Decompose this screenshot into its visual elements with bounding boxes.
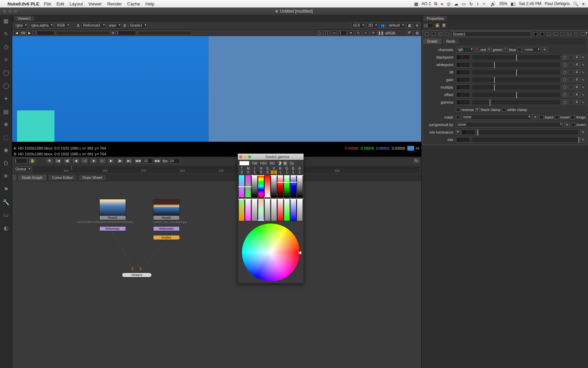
channels-select[interactable]: rgb <box>456 47 474 52</box>
mask-select[interactable]: none <box>461 114 531 120</box>
whitepoint-input[interactable] <box>456 62 470 67</box>
min-dot[interactable] <box>8 10 12 13</box>
viewer-tab[interactable]: Viewer1 <box>14 15 35 21</box>
tool-draw-icon[interactable]: ✎ <box>3 31 10 37</box>
lock-icon[interactable]: 🔒 <box>29 158 36 164</box>
last-frame-button[interactable]: ▶| <box>125 158 133 164</box>
check-unpremult-invert[interactable] <box>571 123 575 127</box>
cp-mode-tmi[interactable]: TMI <box>251 162 258 165</box>
cp-swatches-icon[interactable]: ▦ <box>283 161 288 166</box>
check-invert[interactable] <box>555 115 559 119</box>
menu-edit[interactable]: Edit <box>56 1 64 6</box>
timeline-playhead[interactable] <box>71 166 72 170</box>
tab-node-graph[interactable]: Node Graph <box>18 174 47 181</box>
cp-slider-G-bot[interactable] <box>284 198 290 221</box>
hatch-icon[interactable]: ▨ <box>414 31 420 35</box>
gain-slider[interactable] <box>472 77 560 82</box>
tab-curve-editor[interactable]: Curve Editor <box>48 174 77 181</box>
link-icon[interactable]: ⇢ <box>438 31 443 37</box>
tab-grade[interactable]: Grade <box>423 38 442 45</box>
menu-render[interactable]: Render <box>107 1 122 6</box>
dim-select[interactable]: 2D <box>366 23 378 28</box>
sample-icon[interactable]: ▢ <box>562 62 567 67</box>
help-icon[interactable]: ? <box>567 31 572 37</box>
channel-select[interactable]: rgba.alpha <box>29 23 54 28</box>
step-fwd-button[interactable]: ▷ <box>99 158 106 164</box>
mix-slider[interactable] <box>472 137 579 142</box>
cp-min-dot[interactable] <box>244 155 247 158</box>
close-dot[interactable] <box>3 10 6 13</box>
mask-enable[interactable] <box>456 115 460 119</box>
menu-file[interactable]: File <box>44 1 51 6</box>
whitepoint-slider[interactable] <box>472 62 560 67</box>
notifications-icon[interactable]: ▦ <box>414 1 418 6</box>
dropbox-icon[interactable]: ⧉ <box>434 1 437 6</box>
color-picker-titlebar[interactable]: Grade1.gamma <box>238 154 304 160</box>
tool-transform-icon[interactable]: ✥ <box>3 121 10 128</box>
cp-slider-M-bot[interactable] <box>245 198 251 221</box>
overlay-icon[interactable]: ▭ <box>331 31 337 35</box>
undo-icon[interactable]: ↶ <box>546 31 552 37</box>
node-reformat2[interactable]: Reformat2 <box>153 226 180 231</box>
color-b-icon[interactable]: ▣ <box>539 31 545 37</box>
stereo-icon[interactable]: 👥 <box>379 23 386 28</box>
step-back-button[interactable]: ◁ <box>81 158 88 164</box>
gamma-input[interactable] <box>456 99 470 105</box>
play-back-button[interactable]: ◀ <box>72 158 80 164</box>
grid-icon[interactable]: ┊┊ <box>323 31 329 35</box>
tool-all-icon[interactable]: ◐ <box>3 225 10 232</box>
menu-cache[interactable]: Cache <box>127 1 140 6</box>
pause-icon[interactable]: ❚❚ <box>378 31 384 35</box>
display-icon[interactable]: ▭ <box>462 1 466 6</box>
node-viewer1[interactable]: Viewer1 <box>122 273 152 277</box>
fps-input[interactable] <box>169 158 180 164</box>
color-wheel-arrow-icon[interactable]: ◀ <box>298 250 301 255</box>
prop-count-input[interactable] <box>424 23 433 28</box>
mixlum-enable[interactable] <box>456 130 460 134</box>
cp-slider-B-bot[interactable] <box>290 198 296 221</box>
cp-slider-A-top[interactable] <box>297 175 303 198</box>
menu-icon[interactable]: ≡ <box>582 1 585 6</box>
color-picker-window[interactable]: Grade1.gamma TMI HSV RG ▦ Dy TMIHSVRGBA … <box>238 153 304 283</box>
snowflake-icon[interactable]: ❄ <box>46 158 53 164</box>
close-icon[interactable]: ✕ <box>580 31 586 37</box>
center-icon[interactable]: ⊙ <box>444 31 450 37</box>
tab-dope-sheet[interactable]: Dope Sheet <box>78 174 107 181</box>
compare-select[interactable]: wipe <box>107 23 122 28</box>
blackpoint-slider[interactable] <box>472 55 560 60</box>
cp-mode-dy[interactable]: Dy <box>289 162 295 165</box>
mixlum-input[interactable] <box>461 129 476 135</box>
reload-icon[interactable]: ⟳ <box>370 31 376 35</box>
volume-icon[interactable]: 🔊 <box>490 1 496 6</box>
anim-icon[interactable]: ∿ <box>580 62 586 67</box>
check-blue[interactable] <box>504 48 508 52</box>
revert-icon[interactable]: ⟳ <box>560 31 565 37</box>
graph-handle-icon[interactable] <box>12 174 16 181</box>
color-icon[interactable] <box>568 62 573 67</box>
gain-slider[interactable] <box>56 31 110 35</box>
tool-deep-icon[interactable]: D <box>3 160 10 167</box>
redo-icon[interactable]: ↷ <box>553 31 558 37</box>
mixlum-slider[interactable] <box>477 129 579 135</box>
tool-views-icon[interactable]: 👁 <box>3 173 10 180</box>
b-input-select[interactable]: Grade1 <box>128 23 148 28</box>
gamma-slider[interactable] <box>472 99 560 105</box>
properties-tab[interactable]: Properties <box>423 15 447 21</box>
battery-icon[interactable]: ▮▯ <box>511 1 516 6</box>
prev-icon[interactable]: ◀ <box>14 31 20 35</box>
record-icon[interactable]: ● <box>441 1 443 6</box>
expand-icon[interactable]: ▾ <box>424 31 429 37</box>
cp-wheel-icon[interactable] <box>277 161 282 166</box>
anim-icon[interactable]: ∿ <box>580 55 586 60</box>
next-key-button[interactable]: |▶ <box>116 158 124 164</box>
color-a-icon[interactable]: ▣ <box>533 31 538 37</box>
menu-layout[interactable]: Layout <box>70 1 83 6</box>
tool-metadata-icon[interactable]: ⚑ <box>3 186 10 193</box>
sample-icon[interactable]: ▢ <box>562 55 567 60</box>
layer-select[interactable]: rgba <box>14 23 28 28</box>
cp-slider-V-top[interactable] <box>271 175 277 198</box>
cp-slider-A-bot[interactable] <box>297 198 303 221</box>
check-fringe[interactable] <box>571 115 575 119</box>
cp-slider-I-bot[interactable] <box>251 198 258 221</box>
cloud-icon[interactable]: ☁ <box>454 1 458 6</box>
